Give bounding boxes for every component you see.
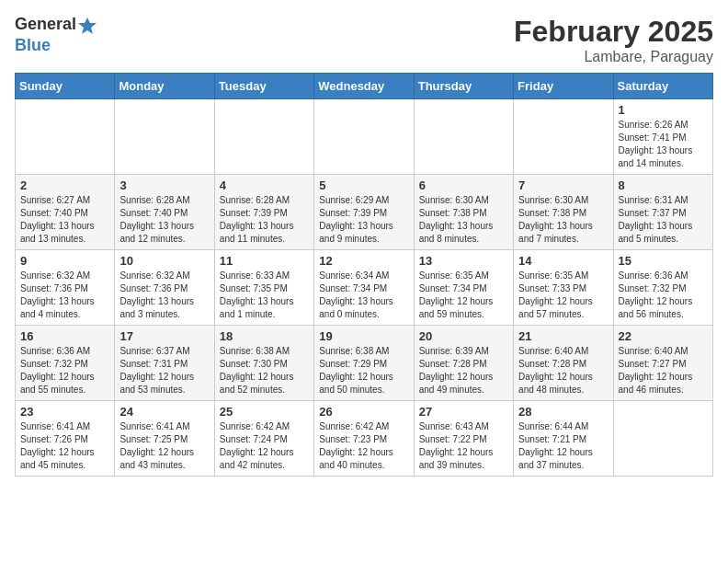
day-info: Sunrise: 6:34 AM Sunset: 7:34 PM Dayligh…: [319, 270, 408, 321]
day-info: Sunrise: 6:36 AM Sunset: 7:32 PM Dayligh…: [619, 270, 708, 321]
day-info: Sunrise: 6:38 AM Sunset: 7:30 PM Dayligh…: [220, 345, 309, 396]
empty-cell: [314, 99, 414, 175]
day-number: 24: [119, 405, 209, 419]
logo-flag-icon: [76, 16, 98, 36]
day-number: 17: [119, 329, 209, 343]
day-cell-9: 9Sunrise: 6:32 AM Sunset: 7:36 PM Daylig…: [16, 250, 115, 326]
day-info: Sunrise: 6:30 AM Sunset: 7:38 PM Dayligh…: [518, 194, 608, 246]
day-info: Sunrise: 6:40 AM Sunset: 7:27 PM Dayligh…: [619, 345, 708, 396]
day-cell-11: 11Sunrise: 6:33 AM Sunset: 7:35 PM Dayli…: [214, 250, 313, 326]
day-cell-16: 16Sunrise: 6:36 AM Sunset: 7:32 PM Dayli…: [16, 326, 115, 401]
day-number: 1: [619, 103, 708, 117]
day-info: Sunrise: 6:44 AM Sunset: 7:21 PM Dayligh…: [518, 420, 608, 472]
day-cell-13: 13Sunrise: 6:35 AM Sunset: 7:34 PM Dayli…: [414, 250, 513, 326]
logo-general-text: General: [15, 15, 76, 33]
logo-blue-text: Blue: [15, 36, 51, 54]
empty-cell: [414, 99, 513, 175]
day-info: Sunrise: 6:43 AM Sunset: 7:22 PM Dayligh…: [419, 420, 508, 472]
day-number: 7: [518, 178, 608, 192]
logo: General Blue: [15, 15, 98, 55]
day-info: Sunrise: 6:36 AM Sunset: 7:32 PM Dayligh…: [20, 345, 109, 396]
day-cell-1: 1Sunrise: 6:26 AM Sunset: 7:41 PM Daylig…: [613, 99, 712, 175]
day-info: Sunrise: 6:28 AM Sunset: 7:40 PM Dayligh…: [119, 194, 209, 246]
day-info: Sunrise: 6:32 AM Sunset: 7:36 PM Dayligh…: [119, 270, 209, 321]
day-info: Sunrise: 6:32 AM Sunset: 7:36 PM Dayligh…: [20, 270, 109, 321]
day-number: 27: [419, 405, 508, 419]
week-row-3: 9Sunrise: 6:32 AM Sunset: 7:36 PM Daylig…: [16, 250, 713, 326]
empty-cell: [613, 401, 712, 477]
day-info: Sunrise: 6:35 AM Sunset: 7:33 PM Dayligh…: [518, 270, 608, 321]
weekday-header-thursday: Thursday: [414, 74, 513, 99]
weekday-header-row: SundayMondayTuesdayWednesdayThursdayFrid…: [16, 74, 713, 99]
day-number: 15: [619, 254, 708, 268]
day-number: 10: [119, 254, 209, 268]
day-info: Sunrise: 6:41 AM Sunset: 7:25 PM Dayligh…: [119, 420, 209, 472]
day-number: 18: [220, 329, 309, 343]
day-info: Sunrise: 6:30 AM Sunset: 7:38 PM Dayligh…: [419, 194, 508, 246]
day-cell-5: 5Sunrise: 6:29 AM Sunset: 7:39 PM Daylig…: [314, 175, 414, 250]
week-row-2: 2Sunrise: 6:27 AM Sunset: 7:40 PM Daylig…: [16, 175, 713, 250]
day-info: Sunrise: 6:42 AM Sunset: 7:24 PM Dayligh…: [220, 420, 309, 472]
weekday-header-tuesday: Tuesday: [214, 74, 313, 99]
day-cell-24: 24Sunrise: 6:41 AM Sunset: 7:25 PM Dayli…: [115, 401, 214, 477]
day-number: 9: [20, 254, 109, 268]
day-number: 22: [619, 329, 708, 343]
day-info: Sunrise: 6:39 AM Sunset: 7:28 PM Dayligh…: [419, 345, 508, 396]
day-number: 14: [518, 254, 608, 268]
day-cell-23: 23Sunrise: 6:41 AM Sunset: 7:26 PM Dayli…: [16, 401, 115, 477]
day-cell-2: 2Sunrise: 6:27 AM Sunset: 7:40 PM Daylig…: [16, 175, 115, 250]
day-cell-7: 7Sunrise: 6:30 AM Sunset: 7:38 PM Daylig…: [514, 175, 613, 250]
day-number: 5: [319, 178, 408, 192]
day-cell-4: 4Sunrise: 6:28 AM Sunset: 7:39 PM Daylig…: [214, 175, 313, 250]
month-title: February 2025: [514, 15, 713, 49]
day-cell-25: 25Sunrise: 6:42 AM Sunset: 7:24 PM Dayli…: [214, 401, 313, 477]
day-number: 20: [419, 329, 508, 343]
day-cell-8: 8Sunrise: 6:31 AM Sunset: 7:37 PM Daylig…: [613, 175, 712, 250]
day-number: 11: [220, 254, 309, 268]
day-info: Sunrise: 6:40 AM Sunset: 7:28 PM Dayligh…: [518, 345, 608, 396]
day-number: 6: [419, 178, 508, 192]
day-number: 19: [319, 329, 408, 343]
day-cell-26: 26Sunrise: 6:42 AM Sunset: 7:23 PM Dayli…: [314, 401, 414, 477]
day-cell-6: 6Sunrise: 6:30 AM Sunset: 7:38 PM Daylig…: [414, 175, 513, 250]
week-row-1: 1Sunrise: 6:26 AM Sunset: 7:41 PM Daylig…: [16, 99, 713, 175]
day-info: Sunrise: 6:37 AM Sunset: 7:31 PM Dayligh…: [119, 345, 209, 396]
location-subtitle: Lambare, Paraguay: [514, 49, 713, 65]
day-info: Sunrise: 6:33 AM Sunset: 7:35 PM Dayligh…: [220, 270, 309, 321]
day-cell-20: 20Sunrise: 6:39 AM Sunset: 7:28 PM Dayli…: [414, 326, 513, 401]
day-number: 25: [220, 405, 309, 419]
day-cell-14: 14Sunrise: 6:35 AM Sunset: 7:33 PM Dayli…: [514, 250, 613, 326]
day-cell-19: 19Sunrise: 6:38 AM Sunset: 7:29 PM Dayli…: [314, 326, 414, 401]
day-number: 13: [419, 254, 508, 268]
day-info: Sunrise: 6:42 AM Sunset: 7:23 PM Dayligh…: [319, 420, 408, 472]
day-cell-3: 3Sunrise: 6:28 AM Sunset: 7:40 PM Daylig…: [115, 175, 214, 250]
day-number: 8: [619, 178, 708, 192]
day-cell-21: 21Sunrise: 6:40 AM Sunset: 7:28 PM Dayli…: [514, 326, 613, 401]
empty-cell: [214, 99, 313, 175]
day-number: 2: [20, 178, 109, 192]
weekday-header-wednesday: Wednesday: [314, 74, 414, 99]
week-row-4: 16Sunrise: 6:36 AM Sunset: 7:32 PM Dayli…: [16, 326, 713, 401]
empty-cell: [115, 99, 214, 175]
day-info: Sunrise: 6:31 AM Sunset: 7:37 PM Dayligh…: [619, 194, 708, 246]
day-cell-22: 22Sunrise: 6:40 AM Sunset: 7:27 PM Dayli…: [613, 326, 712, 401]
empty-cell: [16, 99, 115, 175]
day-info: Sunrise: 6:38 AM Sunset: 7:29 PM Dayligh…: [319, 345, 408, 396]
day-cell-12: 12Sunrise: 6:34 AM Sunset: 7:34 PM Dayli…: [314, 250, 414, 326]
day-number: 23: [20, 405, 109, 419]
calendar-table: SundayMondayTuesdayWednesdayThursdayFrid…: [15, 73, 713, 477]
day-cell-18: 18Sunrise: 6:38 AM Sunset: 7:30 PM Dayli…: [214, 326, 313, 401]
svg-marker-0: [78, 17, 97, 34]
weekday-header-monday: Monday: [115, 74, 214, 99]
day-info: Sunrise: 6:41 AM Sunset: 7:26 PM Dayligh…: [20, 420, 109, 472]
day-info: Sunrise: 6:27 AM Sunset: 7:40 PM Dayligh…: [20, 194, 109, 246]
day-info: Sunrise: 6:35 AM Sunset: 7:34 PM Dayligh…: [419, 270, 508, 321]
page-header: General Blue February 2025 Lambare, Para…: [15, 15, 713, 65]
day-number: 26: [319, 405, 408, 419]
day-info: Sunrise: 6:26 AM Sunset: 7:41 PM Dayligh…: [619, 119, 708, 170]
weekday-header-sunday: Sunday: [16, 74, 115, 99]
weekday-header-saturday: Saturday: [613, 74, 712, 99]
day-cell-28: 28Sunrise: 6:44 AM Sunset: 7:21 PM Dayli…: [514, 401, 613, 477]
day-cell-15: 15Sunrise: 6:36 AM Sunset: 7:32 PM Dayli…: [613, 250, 712, 326]
empty-cell: [514, 99, 613, 175]
